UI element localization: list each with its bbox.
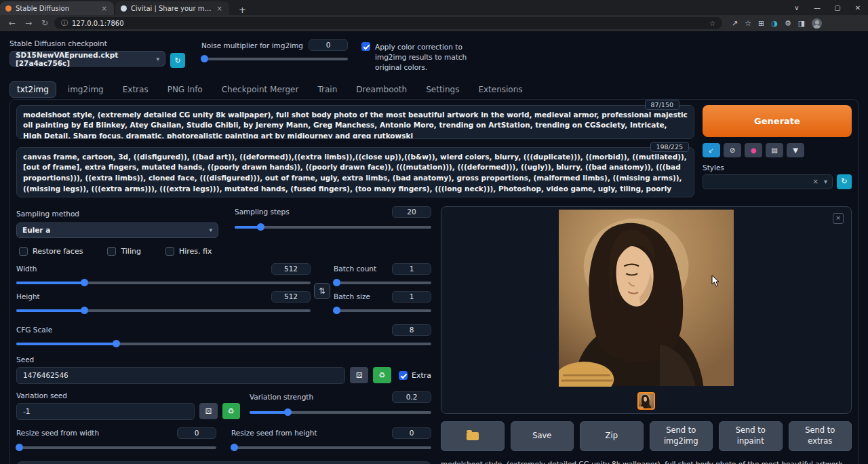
height-value[interactable]: 512 (271, 291, 311, 303)
tiling-checkbox[interactable] (107, 247, 116, 256)
minimize-button[interactable]: — (807, 4, 827, 12)
refresh-styles-button[interactable]: ↻ (837, 174, 852, 189)
random-seed-button[interactable]: ⚄ (350, 367, 368, 383)
tab-close-icon[interactable]: × (100, 5, 108, 12)
send-to-extras-button[interactable]: Send to extras (789, 421, 852, 451)
refresh-checkpoint-button[interactable]: ↻ (170, 53, 185, 68)
zip-button[interactable]: Zip (580, 421, 644, 451)
extra-seed-option[interactable]: Extra (399, 371, 431, 380)
share-icon[interactable]: ↗ (732, 19, 738, 28)
generate-button[interactable]: Generate (703, 105, 852, 137)
extra-networks-icon[interactable]: ● (751, 147, 757, 154)
resize-seed-width-slider[interactable] (16, 443, 216, 451)
batch-count-slider[interactable] (334, 278, 431, 286)
save-button[interactable]: Save (511, 421, 574, 451)
new-tab-button[interactable]: + (235, 5, 250, 15)
resize-seed-height-value[interactable]: 0 (392, 427, 431, 439)
swap-dimensions-button[interactable]: ⇅ (314, 283, 330, 299)
noise-multiplier-value[interactable]: 0 (309, 39, 348, 51)
reload-icon[interactable]: ↻ (38, 18, 52, 28)
tab-extras[interactable]: Extras (115, 81, 156, 98)
width-label: Width (16, 265, 37, 273)
url-input[interactable]: ⓘ 127.0.0.1:7860 ☆ (54, 17, 722, 29)
browser-essentials-icon[interactable]: ◑ (771, 19, 778, 28)
tiling-option[interactable]: Tiling (107, 247, 141, 256)
clear-prompt-button[interactable]: ⊘ (724, 143, 741, 157)
tab-close-icon[interactable]: × (216, 5, 224, 12)
seed-label: Seed (16, 355, 431, 364)
site-info-icon[interactable]: ⓘ (61, 18, 68, 28)
apply-style-button[interactable]: ▤ (766, 143, 783, 157)
width-value[interactable]: 512 (271, 263, 311, 275)
gallery-close-button[interactable]: × (833, 213, 844, 224)
width-slider[interactable] (16, 278, 311, 286)
noise-multiplier-slider[interactable] (201, 54, 348, 62)
batch-size-label: Batch size (334, 292, 370, 301)
batch-count-value[interactable]: 1 (392, 263, 431, 275)
variation-seed-input[interactable] (16, 403, 195, 420)
tab-train[interactable]: Train (310, 81, 344, 98)
send-to-img2img-button[interactable]: Send to img2img (650, 421, 713, 451)
bookmark-star-icon[interactable]: ☆ (709, 20, 715, 27)
forward-icon[interactable]: → (22, 18, 35, 28)
random-variation-seed-button[interactable]: ⚄ (199, 403, 217, 419)
result-gallery[interactable]: × (441, 206, 852, 414)
styles-select[interactable]: × ▾ (703, 174, 833, 189)
hires-fix-checkbox[interactable] (165, 247, 174, 256)
tab-png-info[interactable]: PNG Info (160, 81, 210, 98)
tab-txt2img[interactable]: txt2img (9, 81, 56, 98)
height-slider[interactable] (16, 306, 311, 314)
sidebar-icon[interactable]: ◨ (798, 19, 805, 28)
batch-size-value[interactable]: 1 (392, 291, 431, 303)
paste-params-button[interactable]: ↙ (703, 143, 720, 157)
chevron-down-icon[interactable]: ∨ (787, 4, 807, 12)
browser-tab-civitai[interactable]: Civitai | Share your models × (115, 1, 229, 15)
close-button[interactable]: ✕ (848, 4, 868, 12)
prompt-textarea[interactable]: modelshoot style, (extremely detailed CG… (16, 105, 694, 139)
cfg-scale-value[interactable]: 8 (392, 324, 431, 336)
gallery-thumbnail[interactable] (637, 392, 655, 410)
restore-faces-checkbox[interactable] (19, 247, 28, 256)
open-output-folder-button[interactable] (441, 421, 505, 451)
settings-icon[interactable]: ⚙ (785, 19, 791, 28)
hires-fix-option[interactable]: Hires. fix (165, 247, 212, 256)
variation-strength-slider[interactable] (250, 408, 431, 416)
browser-chrome: Stable Diffusion × Civitai | Share your … (0, 0, 868, 31)
prompt-tools: ↙ ⊘ ● ▤ ▼ (703, 143, 852, 157)
tab-extensions[interactable]: Extensions (471, 81, 530, 98)
sampling-method-select[interactable]: Euler a ▾ (16, 223, 218, 238)
back-icon[interactable]: ← (5, 18, 19, 28)
send-to-inpaint-button[interactable]: Send to inpaint (719, 421, 783, 451)
negative-prompt-textarea[interactable]: canvas frame, cartoon, 3d, ((disfigured)… (16, 147, 694, 197)
maximize-button[interactable]: ▢ (827, 4, 848, 12)
resize-seed-width-value[interactable]: 0 (177, 427, 216, 439)
sampling-steps-slider[interactable] (235, 223, 431, 231)
generated-image[interactable] (559, 209, 734, 387)
color-correction-checkbox[interactable] (361, 42, 370, 51)
tab-settings[interactable]: Settings (418, 81, 467, 98)
tab-img2img[interactable]: img2img (60, 81, 111, 98)
collections-icon[interactable]: ⊞ (758, 19, 764, 28)
profile-avatar[interactable] (812, 18, 822, 28)
cfg-scale-slider[interactable] (16, 339, 431, 347)
save-style-button[interactable]: ▼ (787, 143, 804, 157)
restore-faces-option[interactable]: Restore faces (19, 247, 83, 256)
favorites-icon[interactable]: ☆ (745, 19, 751, 28)
sampling-steps-value[interactable]: 20 (392, 206, 431, 218)
tab-checkpoint-merger[interactable]: Checkpoint Merger (214, 81, 307, 98)
color-correction-option[interactable]: Apply color correction to img2img result… (361, 42, 470, 73)
seed-input[interactable] (16, 367, 345, 384)
checkpoint-select[interactable]: SD15NewVAEpruned.ckpt [27a4ac756c] ▾ (9, 51, 165, 66)
result-actions: Save Zip Send to img2img Send to inpaint… (441, 421, 852, 451)
variation-strength-value[interactable]: 0.2 (392, 391, 431, 403)
txt2img-panel: 87/150 modelshoot style, (extremely deta… (9, 99, 859, 464)
reuse-seed-button[interactable]: ♻ (373, 367, 391, 383)
controlnet-accordion[interactable]: ControlNet ◄ (16, 461, 431, 464)
batch-size-slider[interactable] (334, 306, 431, 314)
browser-tab-stable-diffusion[interactable]: Stable Diffusion × (0, 1, 114, 15)
extra-seed-checkbox[interactable] (399, 371, 408, 380)
reuse-variation-seed-button[interactable]: ♻ (222, 403, 240, 419)
clear-styles-icon[interactable]: × (813, 178, 818, 185)
resize-seed-height-slider[interactable] (231, 443, 431, 451)
tab-dreambooth[interactable]: Dreambooth (349, 81, 414, 98)
